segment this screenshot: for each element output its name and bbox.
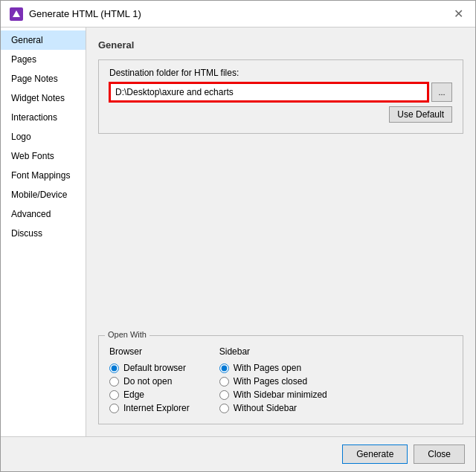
sidebar-item-interactions[interactable]: Interactions [1,108,86,127]
radio-do-not-open[interactable]: Do not open [109,376,190,387]
radio-pages-open[interactable]: With Pages open [219,363,327,373]
main-content: General Destination folder for HTML file… [86,28,475,436]
sidebar-item-discuss[interactable]: Discuss [1,224,86,243]
open-with-columns: Browser Default browser Do not open Edge [109,346,452,413]
sidebar-item-pages[interactable]: Pages [1,50,86,69]
radio-pages-open-label: With Pages open [234,363,301,373]
sidebar-item-advanced[interactable]: Advanced [1,204,86,224]
sidebar: General Pages Page Notes Widget Notes In… [1,28,86,436]
radio-sidebar-minimized-label: With Sidebar minimized [234,389,327,400]
radio-ie-input[interactable] [109,404,119,413]
dialog-title: Generate HTML (HTML 1) [29,8,141,19]
sidebar-item-mobile-device[interactable]: Mobile/Device [1,185,86,204]
radio-ie-label: Internet Explorer [123,403,190,413]
radio-edge-input[interactable] [109,390,119,400]
title-bar-left: Generate HTML (HTML 1) [10,7,141,21]
dialog-body: General Pages Page Notes Widget Notes In… [1,28,475,436]
path-input[interactable] [109,83,428,102]
radio-without-sidebar[interactable]: Without Sidebar [219,403,327,413]
section-title: General [98,39,463,51]
radio-pages-closed[interactable]: With Pages closed [219,376,327,387]
dialog: Generate HTML (HTML 1) ✕ General Pages P… [0,0,476,472]
close-button[interactable]: Close [414,444,465,464]
radio-pages-closed-label: With Pages closed [234,376,307,387]
radio-default-browser-label: Default browser [123,363,186,373]
radio-without-sidebar-label: Without Sidebar [234,403,297,413]
radio-default-browser-input[interactable] [109,363,119,373]
radio-default-browser[interactable]: Default browser [109,363,190,373]
radio-internet-explorer[interactable]: Internet Explorer [109,403,190,413]
generate-button[interactable]: Generate [342,444,408,464]
sidebar-item-web-fonts[interactable]: Web Fonts [1,146,86,166]
sidebar-radio-title: Sidebar [219,346,327,357]
sidebar-item-font-mappings[interactable]: Font Mappings [1,166,86,185]
open-with-title: Open With [105,330,149,339]
path-row: ... [109,83,452,102]
sidebar-item-general[interactable]: General [1,30,86,50]
browser-group: Browser Default browser Do not open Edge [109,346,190,413]
sidebar-radio-group: Sidebar With Pages open With Pages close… [219,346,327,413]
radio-do-not-open-label: Do not open [123,376,172,387]
radio-without-sidebar-input[interactable] [219,404,229,413]
radio-pages-open-input[interactable] [219,363,229,373]
close-icon[interactable]: ✕ [450,6,466,22]
svg-marker-0 [13,10,20,17]
open-with-group: Open With Browser Default browser Do not… [98,335,463,424]
radio-sidebar-minimized-input[interactable] [219,390,229,400]
radio-sidebar-minimized[interactable]: With Sidebar minimized [219,389,327,400]
axure-icon [10,7,23,21]
radio-edge-label: Edge [123,389,144,400]
radio-pages-closed-input[interactable] [219,377,229,387]
dialog-footer: Generate Close [1,436,475,471]
use-default-button[interactable]: Use Default [389,106,452,123]
destination-label: Destination folder for HTML files: [109,68,452,78]
use-default-row: Use Default [109,106,452,123]
browser-title: Browser [109,346,190,357]
title-bar: Generate HTML (HTML 1) ✕ [1,1,475,28]
sidebar-item-page-notes[interactable]: Page Notes [1,69,86,88]
sidebar-item-logo[interactable]: Logo [1,127,86,146]
browse-button[interactable]: ... [431,83,452,102]
radio-edge[interactable]: Edge [109,389,190,400]
sidebar-item-widget-notes[interactable]: Widget Notes [1,88,86,108]
general-group: Destination folder for HTML files: ... U… [98,59,463,134]
radio-do-not-open-input[interactable] [109,377,119,387]
